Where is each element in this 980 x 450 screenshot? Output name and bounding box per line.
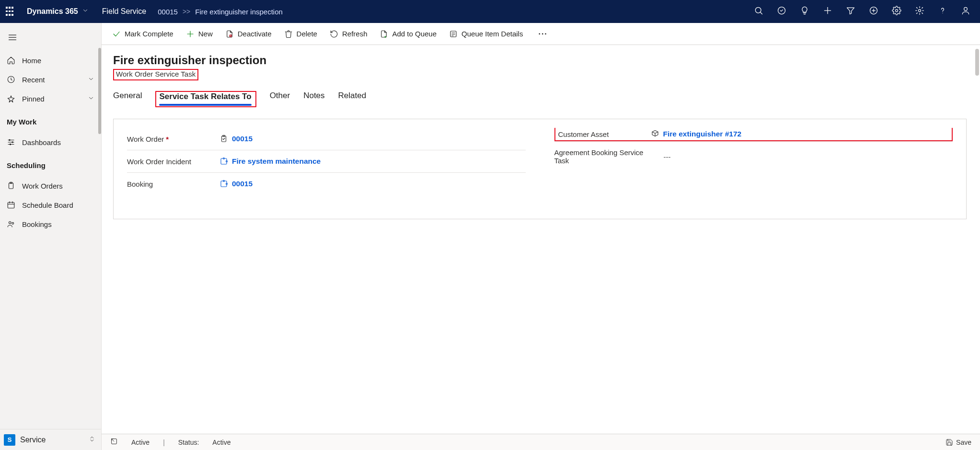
sidebar-item-home[interactable]: Home [0,51,101,70]
brand-label[interactable]: Dynamics 365 [27,7,78,16]
help-icon[interactable] [938,6,947,17]
plus-icon[interactable] [823,6,832,17]
chevron-down-icon [88,76,94,84]
sidebar-item-label: Bookings [22,220,52,228]
add-circle-icon[interactable] [869,6,878,17]
sidebar-item-dashboards[interactable]: Dashboards [0,133,101,152]
status-state: Active [131,439,150,446]
svg-line-1 [761,12,762,14]
tabs: General Service Task Relates To Other No… [113,91,967,107]
field-agreement-booking-service-task: Agreement Booking Service Task --- [554,141,953,171]
scrollbar-thumb[interactable] [975,49,979,76]
status-value: Active [212,439,231,446]
users-icon [7,220,15,228]
sidebar-section-scheduling: Scheduling [0,155,101,173]
search-icon[interactable] [754,6,763,17]
sidebar-item-bookings[interactable]: Bookings [0,214,101,234]
tab-general[interactable]: General [113,91,142,104]
breadcrumb-title[interactable]: Fire extinguisher inspection [195,8,283,16]
chevron-down-icon[interactable] [82,7,89,16]
lookup-customer-asset[interactable]: Fire extinguisher #172 [651,130,742,138]
plus-icon [186,30,195,38]
sidebar-item-label: Home [22,56,41,65]
cmd-mark-complete[interactable]: Mark Complete [112,30,173,38]
save-button[interactable]: Save [945,439,971,446]
cmd-deactivate[interactable]: Deactivate [225,30,272,38]
trash-icon [284,30,293,38]
svg-point-30 [12,223,14,225]
sidebar-item-work-orders[interactable]: Work Orders [0,176,101,195]
details-icon [449,30,458,38]
topbar: Dynamics 365 Field Service 00015 >> Fire… [0,0,980,23]
task-icon[interactable] [777,6,786,17]
svg-point-10 [919,10,921,12]
user-icon[interactable] [961,6,970,17]
sidebar-item-label: Recent [22,76,45,84]
cmd-queue-item-details[interactable]: Queue Item Details [449,30,523,38]
sliders-icon [7,138,15,146]
cmd-more[interactable]: ··· [538,30,547,38]
sidebar-item-label: Pinned [22,95,45,103]
tab-notes[interactable]: Notes [303,91,324,104]
chevron-down-icon [88,95,94,103]
app-launcher-icon[interactable] [6,7,15,16]
cmd-delete[interactable]: Delete [284,30,317,38]
breadcrumb-id[interactable]: 00015 [158,8,178,16]
subtitle-highlight: Work Order Service Task [113,69,198,80]
check-icon [112,30,121,38]
cmd-refresh[interactable]: Refresh [330,30,368,38]
sidebar: Home Recent Pinned My Work Dashboards Sc… [0,23,102,450]
field-customer-asset: Customer Asset Fire extinguisher #172 [554,128,953,141]
clipboard-icon [219,135,228,143]
sidebar-item-label: Dashboards [22,138,61,146]
scrollbar-thumb[interactable] [98,48,101,134]
field-work-order: Work Order * 00015 [127,128,526,150]
form-col-left: Work Order * 00015 Work Order Incident F… [127,128,526,195]
lookup-work-order-incident[interactable]: Fire system maintenance [219,157,321,166]
svg-marker-5 [847,8,854,14]
svg-line-34 [230,35,231,36]
filter-icon[interactable] [846,6,855,17]
svg-point-0 [755,7,761,13]
app-name[interactable]: Field Service [102,7,146,16]
tab-related[interactable]: Related [338,91,367,104]
page-subtitle: Work Order Service Task [116,70,196,78]
breadcrumb: 00015 >> Fire extinguisher inspection [158,8,283,16]
cmd-new[interactable]: New [186,30,213,38]
page-title: Fire extinguisher inspection [113,54,967,67]
puzzle-icon [219,157,228,166]
lookup-work-order[interactable]: 00015 [219,135,253,143]
cmd-add-to-queue[interactable]: Add to Queue [380,30,437,38]
breadcrumb-sep-icon: >> [183,8,190,15]
chevron-sort-icon [89,436,98,444]
sidebar-item-pinned[interactable]: Pinned [0,89,101,108]
settings-icon[interactable] [915,6,924,17]
field-work-order-incident: Work Order Incident Fire system maintena… [127,150,526,172]
clipboard-icon [7,181,15,190]
svg-point-12 [964,7,968,11]
sidebar-toggle[interactable] [4,29,21,46]
popout-icon[interactable] [110,438,118,447]
sidebar-item-recent[interactable]: Recent [0,70,101,89]
tab-other[interactable]: Other [270,91,290,104]
form-col-right: Customer Asset Fire extinguisher #172 Ag… [554,128,953,195]
field-booking: Booking 00015 [127,172,526,195]
area-switcher[interactable]: S Service [0,429,101,450]
pin-icon [7,94,15,103]
tab-service-task-relates-to[interactable]: Service Task Relates To [159,92,251,105]
home-icon [7,56,15,65]
sidebar-item-schedule-board[interactable]: Schedule Board [0,195,101,214]
calendar-icon [7,201,15,209]
document-add-icon [380,30,388,38]
sidebar-item-label: Schedule Board [22,201,73,209]
gear-icon[interactable] [892,6,901,17]
bulb-icon[interactable] [800,6,809,17]
status-bar: Active | Status: Active Save [102,434,980,450]
area-label: Service [20,436,46,444]
sidebar-section-mywork: My Work [0,111,101,130]
command-bar: Mark Complete New Deactivate Delete Refr… [102,23,980,45]
svg-point-29 [9,222,12,224]
clock-icon [7,75,15,84]
lookup-booking[interactable]: 00015 [219,180,253,188]
value-agreement-booking-service-task[interactable]: --- [664,153,671,161]
